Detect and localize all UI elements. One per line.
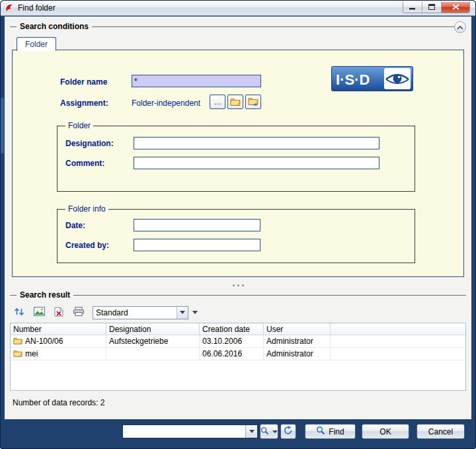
window-controls [403,2,470,13]
ok-button[interactable]: OK [362,424,409,439]
assignment-label: Assignment: [60,99,108,108]
sort-refresh-button[interactable] [10,304,28,321]
divider [10,295,466,296]
cell-number: AN-100/06 [25,337,63,346]
isd-logo-text: I·S·D [336,71,370,88]
quick-search-arrow[interactable] [245,425,257,438]
created-by-label: Created by: [65,241,134,250]
quick-search-value [123,425,245,438]
column-header-number[interactable]: Number [11,323,106,335]
assignment-folder-button[interactable] [227,95,243,109]
footer-bar: Find OK Cancel [0,419,476,449]
folder-info-group: Folder info Date: Created by: [57,209,415,263]
folder-icon [13,349,22,359]
find-button-label: Find [329,427,344,436]
chevron-up-icon [457,22,463,32]
close-button[interactable] [442,2,469,13]
column-header-creation-date[interactable]: Creation date [200,323,264,335]
cell-designation: Aufsteckgetriebe [109,337,168,346]
printer-icon [73,307,84,318]
column-header-user[interactable]: User [264,323,331,335]
folder-link-icon [248,97,258,107]
minimize-button[interactable] [403,2,422,13]
column-header-empty[interactable] [331,323,465,335]
view-select-value: Standard [93,307,177,319]
table-header-row: Number Designation Creation date User [11,323,465,335]
comment-label: Comment: [65,159,134,168]
search-result-header: Search result [10,290,466,302]
search-options-button[interactable] [260,424,278,439]
cell-user: Administrator [266,349,313,358]
app-icon[interactable] [5,3,14,13]
find-button[interactable]: Find [305,424,356,439]
image-icon [34,307,45,318]
chevron-down-icon [272,430,278,433]
ok-button-label: OK [379,427,391,436]
cell-user: Administrator [266,337,313,346]
tab-folder-label: Folder [25,40,48,49]
magnifier-icon [316,426,325,437]
folder-info-group-title: Folder info [65,204,108,214]
cell-creation-date: 03.10.2006 [202,337,242,346]
table-row[interactable]: mei 06.06.2016 Administrator [11,348,465,360]
maximize-icon [428,3,436,12]
assignment-folder-link-button[interactable] [245,95,261,109]
cell-number: mei [25,349,38,358]
isd-logo: I·S·D [331,66,413,91]
folder-group: Folder Designation: Comment: [57,126,415,192]
tab-folder[interactable]: Folder [17,37,56,51]
sort-arrows-icon [14,307,24,319]
date-input[interactable] [134,219,260,231]
search-conditions-header: Search conditions [10,21,466,33]
column-header-designation[interactable]: Designation [106,323,200,335]
folder-icon [230,97,241,107]
magnifier-icon [260,427,269,437]
find-folder-dialog: Find folder Search conditions Folder [0,0,476,449]
delete-result-button[interactable] [50,304,68,321]
designation-label: Designation: [65,139,134,148]
chevron-down-icon [180,311,185,314]
dialog-content: Search conditions Folder Folder name I·S… [5,17,471,419]
chevron-down-icon [192,311,198,314]
delete-icon [54,307,63,319]
view-select[interactable]: Standard [93,306,188,319]
table-row[interactable]: AN-100/06 Aufsteckgetriebe 03.10.2006 Ad… [11,335,465,348]
ellipsis-icon: … [214,98,221,106]
designation-input[interactable] [134,137,379,149]
record-count: Number of data records: 2 [13,398,104,407]
titlebar: Find folder [1,1,475,16]
maximize-button[interactable] [422,2,442,13]
view-menu-button[interactable] [190,306,200,319]
assignment-value: Folder-independent [132,99,200,108]
folder-tab-panel: Folder name I·S·D Assignment: Folder [12,50,464,277]
refresh-button[interactable] [280,424,296,439]
section-splitter-handle[interactable] [5,282,471,288]
close-icon [452,3,459,12]
created-by-input[interactable] [134,239,260,251]
chevron-down-icon [249,430,255,433]
view-select-arrow[interactable] [177,307,188,319]
result-toolbar: Standard [10,304,200,321]
assignment-browse-button[interactable]: … [210,95,225,109]
result-table: Number Designation Creation date User AN… [10,323,466,391]
export-image-button[interactable] [30,304,48,321]
window-title: Find folder [18,3,56,13]
folder-name-label: Folder name [60,77,107,87]
folder-name-input[interactable] [132,75,261,87]
search-result-title: Search result [17,290,73,300]
cell-creation-date: 06.06.2016 [202,349,242,358]
cancel-button-label: Cancel [428,427,453,436]
quick-search-combo[interactable] [122,425,258,438]
minimize-icon [409,3,416,12]
collapse-button[interactable] [454,21,466,33]
assignment-buttons: … [210,95,261,109]
folder-group-title: Folder [65,121,93,130]
print-button[interactable] [69,304,88,321]
folder-icon [13,337,22,347]
cancel-button[interactable]: Cancel [416,424,465,439]
date-label: Date: [65,221,134,230]
left-splitter-handle[interactable] [1,98,4,153]
comment-input[interactable] [134,157,379,169]
refresh-icon [284,426,293,437]
search-conditions-title: Search conditions [17,22,92,31]
